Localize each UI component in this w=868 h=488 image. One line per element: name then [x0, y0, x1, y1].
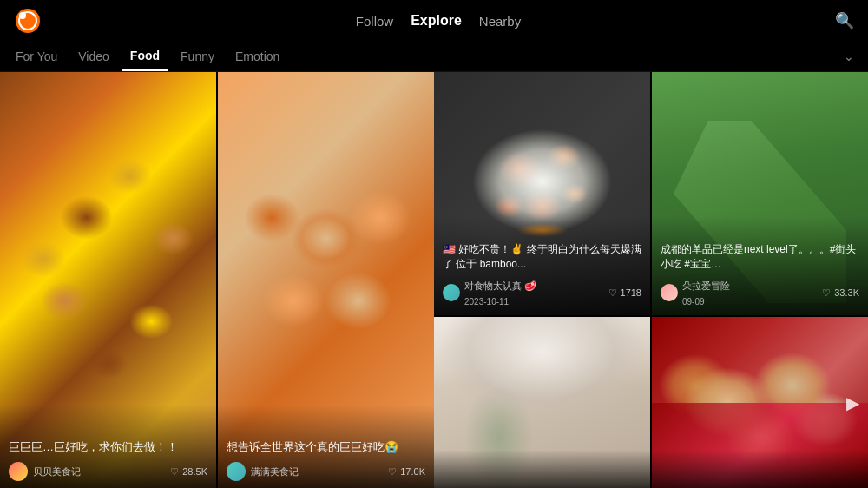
right-meta-crepes: 朵拉爱冒险 09-09 ♡ 33.3K [661, 277, 859, 308]
tab-emotion[interactable]: Emotion [227, 43, 288, 70]
post-likes-1: ♡ 28.5K [170, 466, 207, 478]
post-author-1: 贝贝美食记 [9, 462, 81, 481]
likes-count-crepes: 33.3K [834, 287, 859, 298]
likes-count-shrimp: 1718 [621, 287, 641, 298]
post-col-2: 想告诉全世界这个真的巨巨好吃😭 满满美食记 ♡ 17.0K [218, 72, 434, 488]
tab-for-you[interactable]: For You [7, 43, 66, 70]
heart-icon-crepes: ♡ [822, 287, 831, 299]
tab-video[interactable]: Video [69, 43, 118, 70]
avatar-1 [9, 462, 28, 481]
author-name-2: 满满美食记 [251, 465, 299, 478]
right-panel: 🇲🇾 好吃不贵！✌️ 终于明白为什么每天爆满了 位于 bamboo... 对食物… [434, 72, 868, 488]
tab-bar: For You Video Food Funny Emotion ⌄ [0, 42, 868, 72]
tab-funny[interactable]: Funny [172, 43, 223, 70]
post-card-2[interactable]: 想告诉全世界这个真的巨巨好吃😭 满满美食记 ♡ 17.0K [218, 72, 434, 488]
heart-icon-2: ♡ [388, 466, 397, 478]
nav-nearby[interactable]: Nearby [479, 14, 521, 29]
main-content: 巨巨巨…巨好吃，求你们去做！！ 贝贝美食记 ♡ 28.5K [0, 72, 868, 488]
right-card-cafe[interactable] [434, 317, 650, 488]
tab-food[interactable]: Food [122, 42, 168, 71]
tab-more-chevron[interactable]: ⌄ [837, 43, 861, 70]
right-overlay-crepes: 成都的单品已经是next level了。。。#街头小吃 #宝宝… 朵拉爱冒险 0… [652, 216, 868, 315]
date-crepes: 09-09 [682, 297, 705, 307]
right-meta-shrimp: 对食物太认真 🥩 2023-10-11 ♡ 1718 [443, 277, 641, 308]
right-author-shrimp: 对食物太认真 🥩 2023-10-11 [443, 277, 536, 308]
nav-links: Follow Explore Nearby [56, 13, 821, 29]
likes-crepes: ♡ 33.3K [822, 287, 859, 299]
author-name-1: 贝贝美食记 [33, 465, 81, 478]
heart-icon-1: ♡ [170, 466, 179, 478]
posts-grid: 巨巨巨…巨好吃，求你们去做！！ 贝贝美食记 ♡ 28.5K [0, 72, 434, 488]
avatar-2 [227, 462, 246, 481]
header: Follow Explore Nearby 🔍 [0, 0, 868, 42]
avatar-crepes [661, 284, 678, 301]
date-shrimp: 2023-10-11 [464, 297, 509, 307]
nav-explore[interactable]: Explore [411, 13, 462, 29]
right-title-crepes: 成都的单品已经是next level了。。。#街头小吃 #宝宝… [661, 242, 859, 272]
app-logo [14, 7, 42, 35]
post-title-1: 巨巨巨…巨好吃，求你们去做！！ [9, 439, 207, 455]
post-likes-2: ♡ 17.0K [388, 466, 425, 478]
post-card-1[interactable]: 巨巨巨…巨好吃，求你们去做！！ 贝贝美食记 ♡ 28.5K [0, 72, 216, 488]
right-bottom-row: ▶ [434, 317, 868, 488]
right-card-shrimp[interactable]: 🇲🇾 好吃不贵！✌️ 终于明白为什么每天爆满了 位于 bamboo... 对食物… [434, 72, 650, 315]
right-card-crepes[interactable]: 成都的单品已经是next level了。。。#街头小吃 #宝宝… 朵拉爱冒险 0… [652, 72, 868, 315]
left-panel: 巨巨巨…巨好吃，求你们去做！！ 贝贝美食记 ♡ 28.5K [0, 72, 434, 488]
nav-follow[interactable]: Follow [356, 14, 393, 29]
post-overlay-1: 巨巨巨…巨好吃，求你们去做！！ 贝贝美食记 ♡ 28.5K [0, 405, 216, 488]
heart-icon-shrimp: ♡ [608, 287, 617, 299]
post-overlay-2: 想告诉全世界这个真的巨巨好吃😭 满满美食记 ♡ 17.0K [218, 405, 434, 488]
play-icon-dumplings: ▶ [846, 392, 859, 413]
search-button[interactable]: 🔍 [835, 11, 854, 30]
author-name-shrimp: 对食物太认真 🥩 [464, 280, 536, 291]
post-author-2: 满满美食记 [227, 462, 299, 481]
post-meta-1: 贝贝美食记 ♡ 28.5K [9, 462, 207, 481]
right-author-crepes: 朵拉爱冒险 09-09 [661, 277, 730, 308]
right-overlay-cafe [434, 450, 650, 488]
post-title-2: 想告诉全世界这个真的巨巨好吃😭 [227, 439, 425, 455]
likes-count-2: 17.0K [400, 466, 425, 477]
avatar-shrimp [443, 284, 460, 301]
likes-count-1: 28.5K [182, 466, 207, 477]
post-meta-2: 满满美食记 ♡ 17.0K [227, 462, 425, 481]
author-name-crepes: 朵拉爱冒险 [682, 280, 730, 291]
right-overlay-dumplings [652, 450, 868, 488]
right-card-dumplings[interactable]: ▶ [652, 317, 868, 488]
post-col-1: 巨巨巨…巨好吃，求你们去做！！ 贝贝美食记 ♡ 28.5K [0, 72, 216, 488]
likes-shrimp: ♡ 1718 [608, 287, 641, 299]
right-overlay-shrimp: 🇲🇾 好吃不贵！✌️ 终于明白为什么每天爆满了 位于 bamboo... 对食物… [434, 216, 650, 315]
svg-point-2 [19, 12, 26, 19]
right-top-row: 🇲🇾 好吃不贵！✌️ 终于明白为什么每天爆满了 位于 bamboo... 对食物… [434, 72, 868, 315]
right-title-shrimp: 🇲🇾 好吃不贵！✌️ 终于明白为什么每天爆满了 位于 bamboo... [443, 242, 641, 272]
